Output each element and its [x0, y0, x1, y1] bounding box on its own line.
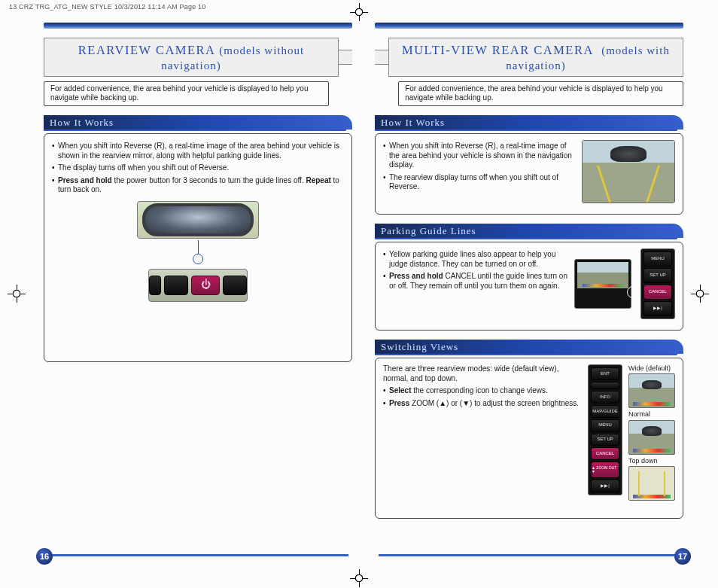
bullet: Select the corresponding icon to change …: [383, 386, 582, 396]
section-parking-guide-lines: Parking Guide Lines Yellow parking guide…: [375, 224, 683, 331]
section-how-it-works: How It Works When you shift into Reverse…: [375, 115, 683, 215]
top-accent-bar: [44, 23, 352, 29]
navigation-display-illustration: [582, 140, 675, 203]
bullet: Press and hold CANCEL until the guide li…: [383, 272, 568, 291]
view-thumb-topdown: [628, 466, 675, 501]
nav-button-play-illustration: ▶▶|: [643, 301, 672, 316]
top-accent-bar: [375, 23, 683, 29]
paragraph: There are three rearview modes: wide (de…: [383, 364, 582, 383]
view-label-wide: Wide (default): [628, 364, 675, 373]
page-title-main: REARVIEW CAMERA: [78, 43, 215, 57]
nav-button-menu-illustration: MENU: [643, 251, 672, 267]
view-thumb-normal: [628, 420, 675, 455]
footer-accent-line: [51, 554, 348, 556]
page-title-box: MULTI-VIEW REAR CAMERA (models with navi…: [375, 38, 683, 77]
bullet: Press ZOOM (▲) or (▼) to adjust the scre…: [383, 399, 582, 409]
view-label-topdown: Top down: [628, 457, 675, 465]
power-icon: ⏻: [191, 276, 219, 295]
intro-callout: For added convenience, the area behind y…: [398, 81, 683, 106]
power-button-panel-illustration: ⏻: [148, 269, 248, 302]
bullet: When you shift into Reverse (R), a real-…: [383, 142, 576, 170]
registration-mark-icon: [691, 285, 709, 303]
registration-mark-icon: [8, 285, 26, 303]
nav-button-zoom-illustration: ▲ ZOOM OUT ▼: [591, 462, 619, 478]
bullet: The display turns off when you shift out…: [52, 163, 344, 173]
bullet: Yellow parking guide lines also appear t…: [383, 250, 568, 269]
page-title-box: REARVIEW CAMERA (models without navigati…: [44, 38, 352, 77]
section-heading: Parking Guide Lines: [375, 224, 683, 238]
bullet: When you shift into Reverse (R), a real-…: [52, 142, 344, 160]
bullet: Press and hold the power button for 3 se…: [52, 176, 344, 195]
view-mode-column: Wide (default) Normal Top down: [628, 364, 675, 501]
section-switching-views: Switching Views There are three rearview…: [375, 340, 683, 519]
page-number: 17: [674, 548, 691, 565]
view-label-normal: Normal: [628, 410, 675, 419]
nav-button-cancel-illustration: CANCEL: [591, 447, 619, 460]
footer-accent-line: [379, 554, 676, 556]
title-stub: [338, 50, 352, 65]
nav-button-cancel-illustration: CANCEL: [643, 285, 672, 300]
cancel-button-callout-illustration: MENU SET UP CANCEL ▶▶|: [574, 248, 675, 319]
nav-button-info-illustration: INFO: [591, 391, 619, 404]
registration-mark-icon: [350, 569, 368, 587]
page-number: 16: [36, 548, 53, 565]
intro-callout: For added convenience, the area behind y…: [44, 81, 329, 106]
nav-button-map-illustration: MAP/GUIDE: [591, 405, 619, 418]
pdf-header-line: 13 CRZ TRG_ATG_NEW STYLE 10/3/2012 11:14…: [9, 3, 206, 11]
view-thumb-wide: [628, 373, 675, 408]
nav-button-play-illustration: ▶▶|: [591, 480, 619, 492]
section-how-it-works: How It Works When you shift into Reverse…: [44, 115, 352, 362]
registration-mark-icon: [350, 3, 368, 21]
page-title-main: MULTI-VIEW REAR CAMERA: [402, 43, 593, 57]
title-stub: [375, 50, 389, 65]
nav-button-setup-illustration: SET UP: [591, 434, 619, 446]
nav-button-panel-illustration: ENT INFO MAP/GUIDE MENU SET UP CANCEL ▲ …: [588, 364, 622, 495]
section-heading: How It Works: [375, 115, 683, 129]
page-16: REARVIEW CAMERA (models without navigati…: [44, 23, 352, 565]
nav-button-menu-illustration: MENU: [591, 419, 619, 432]
nav-button-ent-illustration: ENT: [591, 367, 619, 380]
rearview-mirror-illustration: ⏻: [52, 201, 344, 302]
bullet: The rearview display turns off when you …: [383, 173, 576, 192]
section-heading: How It Works: [44, 115, 352, 129]
page-17: MULTI-VIEW REAR CAMERA (models with navi…: [375, 23, 683, 565]
nav-button-setup-illustration: SET UP: [643, 268, 672, 283]
section-heading: Switching Views: [375, 340, 683, 354]
nav-joystick-illustration: [591, 382, 619, 389]
